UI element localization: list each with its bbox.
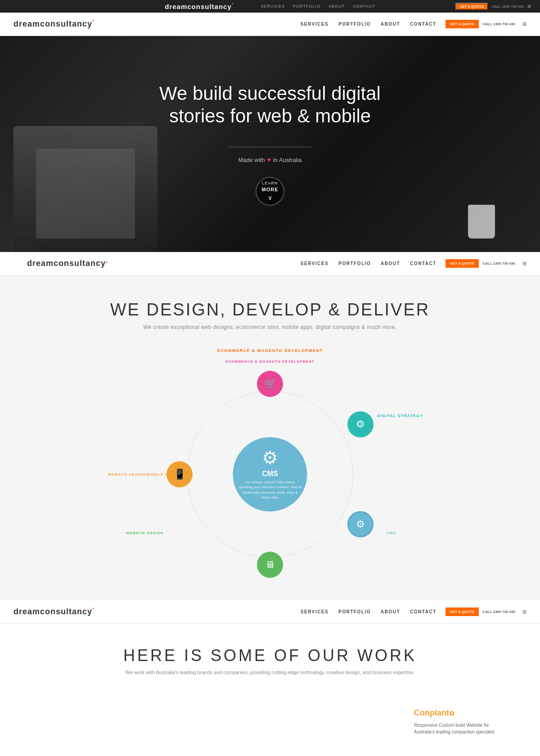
section2-nav-call: CALL 1300 730 430 — [482, 261, 515, 266]
ecommerce-link[interactable]: ECOMMERCE & MAGENTO DEVELOPMENT — [9, 348, 531, 353]
hero-nav-right: GET A QUOTE CALL 1300 730 430 ≡ — [446, 20, 526, 28]
website-design-circle[interactable]: 🖥 — [257, 552, 283, 578]
design-section: WE DESIGN, DEVELOP & DELIVER We create e… — [0, 275, 540, 600]
conplant-logo: Conplant✿ — [414, 706, 504, 718]
hero-title-line2: stories for web & mobile — [169, 105, 371, 126]
section2-nav: dreamconsultancy* SERVICES PORTFOLIO ABO… — [0, 252, 540, 275]
hero-nav-services[interactable]: SERVICES — [301, 22, 328, 27]
laptop-screen — [36, 148, 135, 238]
topbar-logo-dream: dream — [165, 3, 187, 10]
section3-nav: dreamconsultancy* SERVICES PORTFOLIO ABO… — [0, 600, 540, 624]
topbar-nav-portfolio[interactable]: PORTFOLIO — [293, 4, 320, 9]
work-subtitle: We work with Australia's leading brands … — [9, 670, 531, 675]
mobile-icon: 📱 — [174, 468, 186, 480]
cms-small-circle[interactable]: ⚙ — [347, 511, 374, 537]
section2-nav-quote-button[interactable]: GET A QUOTE — [446, 259, 479, 268]
hero-made-in-australia: Made with ♥ in Australia — [159, 156, 381, 163]
section2-nav-services[interactable]: SERVICES — [301, 261, 328, 266]
strategy-icon: ⚙ — [356, 418, 365, 430]
laptop-decoration — [14, 126, 158, 252]
hero-content: We build successful digital stories for … — [159, 82, 381, 206]
topbar-logo-consultancy: consultancy — [187, 3, 232, 10]
ecommerce-circle[interactable]: 🛒 — [257, 371, 283, 397]
heart-icon: ♥ — [267, 156, 271, 163]
section3-nav-hamburger-icon[interactable]: ≡ — [522, 608, 526, 616]
topbar-nav: SERVICES PORTFOLIO ABOUT CONTACT — [261, 4, 375, 9]
monitor-icon: 🖥 — [265, 559, 275, 571]
cms-diag-label: CMS — [387, 531, 396, 535]
topbar-right: GET A QUOTE CALL 1300 730 430 ≡ — [455, 3, 531, 10]
topbar-nav-services[interactable]: SERVICES — [261, 4, 285, 9]
hero-nav-portfolio[interactable]: PORTFOLIO — [338, 22, 371, 27]
learn-more-label-bot: MORE — [262, 186, 279, 193]
work-title: HERE IS SOME OF OUR WORK — [9, 646, 531, 665]
top-bar: dreamconsultancy* SERVICES PORTFOLIO ABO… — [0, 0, 540, 13]
learn-more-button[interactable]: Learn MORE ∨ — [256, 177, 284, 206]
cms-label: CMS — [262, 470, 278, 478]
topbar-quote-button[interactable]: GET A QUOTE — [455, 3, 488, 10]
section3-nav-quote-button[interactable]: GET A QUOTE — [446, 608, 479, 616]
devices-mockup: Conplant — [162, 702, 378, 756]
conplant-asterisk-icon: ✿ — [449, 710, 454, 717]
hero-nav: dreamconsultancy* SERVICES PORTFOLIO ABO… — [0, 13, 540, 36]
section2-nav-logo: dreamconsultancy* — [14, 252, 122, 275]
section2-nav-right: GET A QUOTE CALL 1300 730 430 ≡ — [446, 259, 526, 268]
hero-nav-about[interactable]: ABOUT — [381, 22, 400, 27]
hero-title: We build successful digital stories for … — [159, 82, 381, 128]
section2-nav-portfolio[interactable]: PORTFOLIO — [338, 261, 371, 266]
services-diagram: 🛒 ⚙ ⚙ 🖥 📱 ⚙ CMS Our simple, robust CMS m… — [158, 366, 382, 582]
cms-description: Our simple, robust CMS makes updating yo… — [233, 478, 307, 502]
conplant-description: Responsive Custom build Website for Aust… — [414, 722, 504, 735]
section2-nav-contact[interactable]: CONTACT — [410, 261, 436, 266]
hero-nav-hamburger-icon[interactable]: ≡ — [522, 20, 526, 28]
gear-icon: ⚙ — [262, 447, 278, 468]
design-title: WE DESIGN, DEVELOP & DELIVER — [9, 300, 531, 320]
learn-more-label-top: Learn — [262, 181, 278, 186]
hero-nav-links: SERVICES PORTFOLIO ABOUT CONTACT — [301, 22, 436, 27]
cms-small-icon: ⚙ — [356, 518, 365, 530]
hero-nav-quote-button[interactable]: GET A QUOTE — [446, 20, 479, 28]
hero-nav-call: CALL 1300 730 430 — [482, 22, 515, 26]
topbar-logo: dreamconsultancy* — [165, 2, 234, 10]
hero-nav-contact[interactable]: CONTACT — [410, 22, 436, 27]
mobile-apps-circle[interactable]: 📱 — [166, 461, 193, 487]
section2-nav-links: SERVICES PORTFOLIO ABOUT CONTACT — [301, 261, 436, 266]
section3-nav-links: SERVICES PORTFOLIO ABOUT CONTACT — [301, 609, 436, 614]
section3-nav-about[interactable]: ABOUT — [381, 609, 400, 614]
section3-nav-logo: dreamconsultancy* — [14, 607, 94, 616]
section3-nav-contact[interactable]: CONTACT — [410, 609, 436, 614]
portfolio-showcase: ‹ — [9, 693, 531, 756]
section2-nav-hamburger-icon[interactable]: ≡ — [522, 260, 526, 268]
section2-nav-about[interactable]: ABOUT — [381, 261, 400, 266]
topbar-nav-about[interactable]: ABOUT — [328, 4, 345, 9]
digital-strategy-diag-label: DIGITAL STRATEGY — [377, 414, 423, 418]
hero-section: We build successful digital stories for … — [0, 36, 540, 252]
digital-strategy-circle[interactable]: ⚙ — [347, 411, 374, 437]
topbar-call: CALL 1300 730 430 — [492, 4, 524, 9]
cart-icon: 🛒 — [264, 378, 276, 390]
section3-nav-right: GET A QUOTE CALL 1300 730 430 ≡ — [446, 608, 526, 616]
design-subtitle: We create exceptional web designs, ecomm… — [9, 324, 531, 330]
work-section: HERE IS SOME OF OUR WORK We work with Au… — [0, 624, 540, 756]
portfolio-company-info: Conplant✿ Responsive Custom build Websit… — [414, 706, 504, 735]
section3-nav-services[interactable]: SERVICES — [301, 609, 328, 614]
hero-title-line1: We build successful digital — [159, 83, 381, 104]
cms-center-circle[interactable]: ⚙ CMS Our simple, robust CMS makes updat… — [233, 437, 307, 512]
hero-divider-line — [228, 134, 312, 147]
learn-more-arrow-icon: ∨ — [268, 194, 273, 202]
website-design-diag-label: WEBSITE DESIGN — [126, 531, 163, 535]
topbar-hamburger-icon[interactable]: ≡ — [527, 3, 531, 10]
topbar-nav-contact[interactable]: CONTACT — [353, 4, 375, 9]
section3-nav-portfolio[interactable]: PORTFOLIO — [338, 609, 371, 614]
coffee-cup-decoration — [468, 205, 495, 238]
ecommerce-diag-label: ECOMMERCE & MAGENTO DEVELOPMENT — [225, 360, 315, 364]
hero-nav-logo: dreamconsultancy* — [14, 19, 94, 29]
section3-nav-call: CALL 1300 730 430 — [482, 610, 515, 614]
